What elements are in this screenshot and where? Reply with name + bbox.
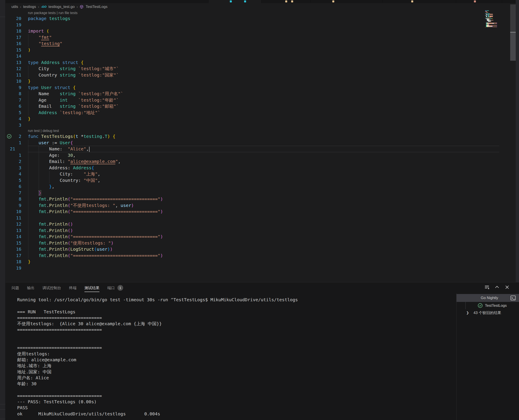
tree-item-test[interactable]: TestTestLogs <box>457 302 519 309</box>
run-in-terminal-icon[interactable] <box>510 295 516 301</box>
code-line[interactable]: 4} <box>6 116 509 122</box>
code-line[interactable]: 2func TestTestLogs(t *testing.T) { <box>6 133 509 140</box>
codelens[interactable]: run package tests | run file tests <box>6 10 509 15</box>
breadcrumb-item-file[interactable]: testlogs_test.go <box>48 5 75 9</box>
code-line[interactable]: 20package testlogs <box>6 15 509 22</box>
panel-tab-问题[interactable]: 问题 <box>12 285 19 291</box>
code-line[interactable]: 9type User struct { <box>6 84 509 91</box>
code-line[interactable]: 16 "testing" <box>6 40 509 47</box>
code-line[interactable]: 5 Country: "中国", <box>6 177 509 184</box>
output-line: ================================ <box>17 315 455 321</box>
code-line[interactable]: 7 } <box>6 190 509 196</box>
code-line[interactable]: 4 City: "上海", <box>6 171 509 177</box>
line-number: 9 <box>6 202 28 209</box>
code-text: fmt.Println("===========================… <box>28 233 163 240</box>
code-line[interactable]: 1 Age: 30, <box>6 152 509 158</box>
scrollbar-slider[interactable] <box>510 4 516 32</box>
output-line: 地址.国家: 中国 <box>17 369 455 375</box>
tree-item-profile[interactable]: Go Nightly <box>457 294 519 302</box>
code-text: City: "上海", <box>28 171 100 177</box>
output-line <box>17 339 455 345</box>
code-line[interactable]: 17 fmt.Println("========================… <box>6 252 509 259</box>
code-line[interactable]: 15) <box>6 47 509 53</box>
clear-all-icon[interactable] <box>484 285 489 290</box>
code-line[interactable]: 18import ( <box>6 28 509 34</box>
breadcrumb-item-testlogs[interactable]: testlogs <box>23 5 36 9</box>
line-number: 6 <box>6 103 28 110</box>
code-line[interactable]: 14 fmt.Println("========================… <box>6 233 509 240</box>
line-number: 13 <box>6 227 28 234</box>
code-line[interactable]: 7 Age int `testlog:"年龄"` <box>6 97 509 103</box>
output-line: ================================ <box>17 393 455 399</box>
go-lang-icon: ≡GO <box>41 5 47 8</box>
panel-tab-调试控制台[interactable]: 调试控制台 <box>42 285 61 291</box>
panel-tab-测试结果[interactable]: 测试结果 <box>84 285 99 291</box>
code-text: fmt.Println("不使用testlogs: ", user) <box>28 202 134 209</box>
code-line[interactable]: 11 <box>6 215 509 221</box>
code-line[interactable]: 10 fmt.Println("========================… <box>6 209 509 215</box>
code-line[interactable]: 10} <box>6 78 509 84</box>
panel-tab-输出[interactable]: 输出 <box>27 285 35 291</box>
modified-dot-icon <box>474 0 476 2</box>
scrollbar-slider[interactable] <box>510 33 516 61</box>
line-number: 9 <box>6 84 28 91</box>
tree-item-older-results[interactable]: ❯ 43 个较旧的结果 <box>457 309 519 316</box>
panel-tab-端口[interactable]: 端口1 <box>107 285 123 291</box>
code-editor[interactable]: run package tests | run file tests20pack… <box>6 10 509 282</box>
code-line[interactable]: 12 fmt.Println() <box>6 221 509 227</box>
code-line[interactable]: 21 Name: "Alice", <box>6 146 509 152</box>
breadcrumb-item-symbol[interactable]: TestTestLogs <box>86 5 107 9</box>
line-number: 7 <box>6 97 28 103</box>
code-line[interactable]: 6 Email string `testlog:"邮箱"` <box>6 103 509 110</box>
bottom-panel: 问题输出调试控制台终端测试结果端口1 Running tool: /usr/lo… <box>6 282 519 420</box>
code-line[interactable]: 13type Address struct { <box>6 59 509 66</box>
code-line[interactable]: 19 <box>6 265 509 271</box>
codelens[interactable]: run test | debug test <box>6 128 509 133</box>
breadcrumb-item-utils[interactable]: utils <box>11 5 18 9</box>
editor-scrollbar[interactable] <box>510 0 516 282</box>
code-text: Email string `testlog:"邮箱"` <box>28 103 119 110</box>
line-number: 6 <box>6 183 28 190</box>
output-line: ================================ <box>17 327 455 333</box>
code-line[interactable]: 16 fmt.Println(LogStruct(user)) <box>6 246 509 252</box>
code-line[interactable]: 12 City string `testlog:"城市"` <box>6 66 509 72</box>
code-line[interactable]: 17 "fmt" <box>6 34 509 41</box>
chevron-up-icon[interactable] <box>494 285 500 290</box>
code-line[interactable]: 5 Address `testlog:"地址"` <box>6 110 509 116</box>
panel-tab-终端[interactable]: 终端 <box>69 285 76 291</box>
code-line[interactable]: 3 Address: Address{ <box>6 165 509 171</box>
editor-tab-strip[interactable] <box>6 0 519 3</box>
output-line <box>17 333 455 339</box>
code-text: Address `testlog:"地址"` <box>28 110 100 116</box>
line-number: 8 <box>6 90 28 97</box>
minimap[interactable] <box>485 10 501 28</box>
code-line[interactable]: 15 fmt.Println("使用testlogs: ") <box>6 240 509 246</box>
code-line[interactable]: 14 <box>6 53 509 59</box>
code-line[interactable]: 6 }, <box>6 183 509 190</box>
close-icon[interactable] <box>504 285 510 290</box>
code-line[interactable]: 18} <box>6 259 509 265</box>
code-line[interactable]: 8 fmt.Println("=========================… <box>6 196 509 202</box>
output-line: PASS <box>17 405 455 411</box>
code-text: import ( <box>28 28 49 34</box>
code-line[interactable]: 3 <box>6 122 509 128</box>
code-line[interactable]: 19 <box>6 22 509 28</box>
code-line[interactable]: 13 fmt.Println() <box>6 227 509 234</box>
chevron-right-icon: › <box>20 5 21 8</box>
code-text: Age: 30, <box>28 152 76 158</box>
code-text: fmt.Println("===========================… <box>28 252 163 259</box>
line-number: 10 <box>6 209 28 215</box>
code-line[interactable]: 1 user := User{ <box>6 140 509 146</box>
editor-right-edge <box>516 0 519 282</box>
code-line[interactable]: 2 Email: "alice@example.com", <box>6 158 509 165</box>
code-line[interactable]: 11 Country string `testlog:"国家"` <box>6 72 509 78</box>
vscode-window: { "colors": { "accent_blue": "#4d9fcb", … <box>0 0 519 420</box>
line-number: 5 <box>6 177 28 184</box>
active-tab-bottom[interactable] <box>208 0 261 3</box>
code-text: fmt.Println() <box>28 227 73 234</box>
test-output[interactable]: Running tool: /usr/local/go/bin/go test … <box>17 297 455 417</box>
code-line[interactable]: 8 Name string `testlog:"用户名"` <box>6 90 509 97</box>
line-number: 8 <box>6 196 28 202</box>
code-line[interactable]: 9 fmt.Println("不使用testlogs: ", user) <box>6 202 509 209</box>
code-text: City string `testlog:"城市"` <box>28 66 119 72</box>
